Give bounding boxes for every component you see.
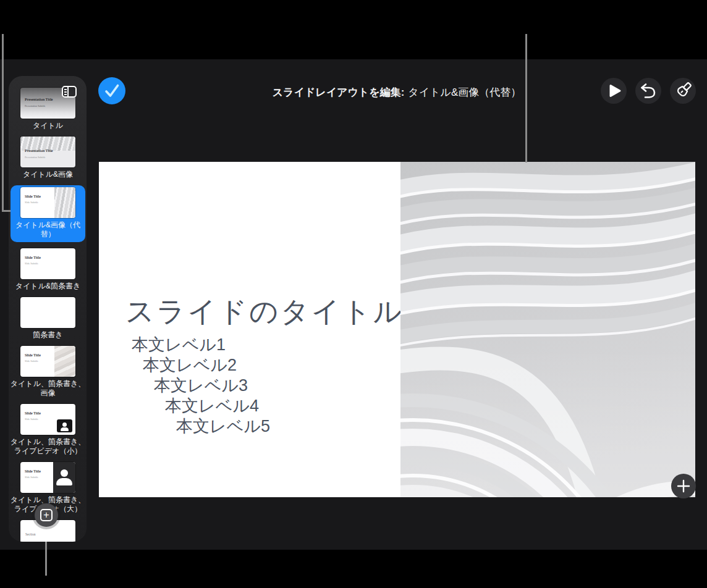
layout-thumbnail: Slide TitleSlide Subtitle	[20, 187, 75, 218]
thumb-image	[54, 346, 75, 377]
body-level-2[interactable]: 本文レベル2	[132, 355, 270, 376]
thumb-subtitle-text: Slide Subtitle	[25, 262, 38, 265]
screenshot-root: スライドレイアウトを編集:タイトル&画像（代替） Presen	[0, 0, 707, 588]
thumb-subtitle-text: Slide Subtitle	[25, 476, 38, 479]
layout-thumbnail: Slide TitleSlide Subtitle	[20, 346, 75, 377]
layout-item-label: タイトル&画像（代替）	[11, 220, 86, 239]
add-layout-button[interactable]: +	[35, 503, 58, 527]
plus-square-icon: +	[40, 509, 53, 521]
layout-thumbnail: Slide TitleSlide Subtitle	[20, 404, 75, 435]
edit-layout-title-value: タイトル&画像（代替）	[408, 86, 521, 98]
undo-icon	[635, 78, 661, 104]
abstract-waves-image	[400, 162, 695, 497]
layout-item-title-bullets-image[interactable]: Slide TitleSlide Subtitleタイトル、箇条書き、画像	[11, 346, 85, 398]
layout-thumbnail	[20, 297, 75, 328]
layout-item-label: タイトル	[11, 121, 86, 130]
person-icon	[56, 469, 73, 485]
layout-item-title-image[interactable]: Presentation TitlePresentation Subtitleタ…	[11, 136, 85, 179]
layout-item-label: タイトル&画像	[11, 170, 86, 179]
layout-item-live-video-small[interactable]: Slide TitleSlide Subtitleタイトル、箇条書き、ライブビデ…	[11, 404, 85, 456]
layout-item-title[interactable]: Presentation TitlePresentation Subtitleタ…	[11, 88, 85, 130]
layout-thumbnail: Slide TitleSlide Subtitle	[20, 248, 75, 279]
thumb-title-text: Presentation Title	[25, 149, 53, 153]
thumb-subtitle-text: Presentation Subtitle	[25, 156, 46, 159]
thumb-subtitle-text: Presentation Subtitle	[25, 104, 46, 107]
play-icon	[601, 78, 627, 104]
slide-canvas[interactable]: スライドのタイトル 本文レベル1本文レベル2本文レベル3本文レベル4本文レベル5	[99, 162, 695, 497]
layout-item-label: タイトル、箇条書き、ライブビデオ（小）	[11, 437, 86, 456]
body-level-1[interactable]: 本文レベル1	[132, 335, 270, 355]
paintbrush-icon	[670, 78, 696, 104]
thumb-subtitle-text: Slide Subtitle	[25, 201, 38, 204]
live-video-icon	[57, 419, 72, 432]
done-button[interactable]	[98, 77, 125, 104]
thumb-title-text: Slide Title	[25, 256, 41, 260]
body-level-3[interactable]: 本文レベル3	[132, 376, 270, 396]
format-brush-button[interactable]	[670, 78, 696, 104]
live-video-icon	[53, 462, 75, 493]
body-level-5[interactable]: 本文レベル5	[132, 416, 270, 437]
slide-body-placeholder[interactable]: 本文レベル1本文レベル2本文レベル3本文レベル4本文レベル5	[132, 335, 270, 437]
layout-item-label: タイトル、箇条書き、画像	[11, 379, 86, 398]
thumb-title-text: Slide Title	[25, 469, 41, 474]
sidebar-toggle-icon[interactable]	[62, 86, 77, 98]
layout-item-title-image-alt[interactable]: Slide TitleSlide Subtitleタイトル&画像（代替）	[11, 185, 85, 242]
thumb-section-text: Section	[25, 532, 36, 536]
slide-title-placeholder[interactable]: スライドのタイトル	[125, 293, 404, 331]
plus-icon	[671, 474, 696, 498]
body-level-4[interactable]: 本文レベル4	[132, 396, 270, 416]
layout-item-title-bullets[interactable]: Slide TitleSlide Subtitleタイトル&箇条書き	[11, 248, 85, 291]
thumb-title-text: Slide Title	[25, 353, 41, 358]
edit-layout-title-prefix: スライドレイアウトを編集:	[273, 86, 405, 98]
layout-sidebar: Presentation TitlePresentation Subtitleタ…	[9, 76, 87, 542]
thumb-title-text: Slide Title	[25, 195, 41, 199]
slide-image-placeholder[interactable]	[400, 162, 695, 497]
play-button[interactable]	[601, 78, 627, 104]
layout-item-label: 箇条書き	[11, 330, 86, 340]
layout-item-label: タイトル&箇条書き	[11, 282, 86, 291]
thumb-title-text: Presentation Title	[25, 98, 53, 102]
person-icon	[60, 422, 69, 431]
layout-thumbnail: Presentation TitlePresentation Subtitle	[20, 136, 75, 167]
callout-line-sidebar-vertical	[2, 34, 4, 212]
thumb-image	[54, 187, 75, 218]
thumb-subtitle-text: Slide Subtitle	[25, 359, 38, 363]
thumb-subtitle-text: Slide Subtitle	[25, 418, 38, 421]
undo-button[interactable]	[635, 78, 661, 104]
checkmark-icon	[98, 77, 125, 104]
callout-line-slide	[525, 34, 527, 162]
thumb-title-text: Slide Title	[25, 411, 41, 416]
toolbar	[601, 78, 696, 104]
callout-line-sidebar-horizontal	[2, 210, 11, 212]
add-placeholder-button[interactable]	[671, 474, 696, 498]
layout-thumbnail: Slide TitleSlide Subtitle	[20, 462, 75, 493]
layout-item-bullets[interactable]: 箇条書き	[11, 297, 85, 340]
